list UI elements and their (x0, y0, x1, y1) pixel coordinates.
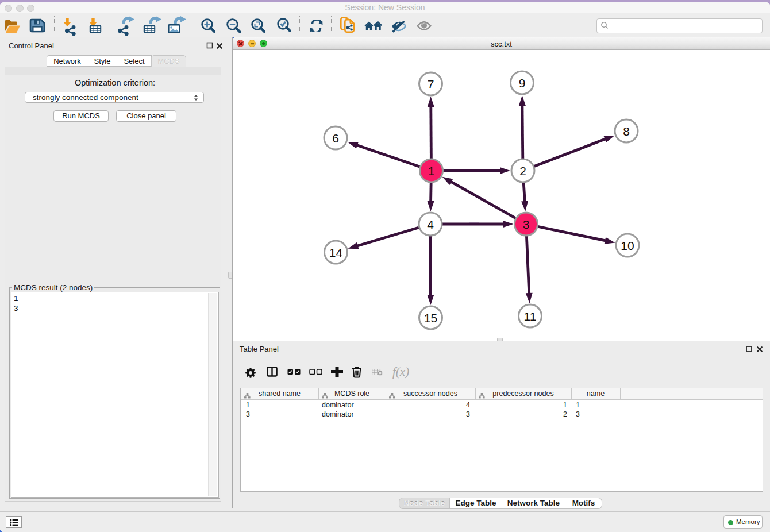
svg-text:15: 15 (424, 311, 437, 325)
svg-text:8: 8 (623, 125, 630, 138)
svg-text:9: 9 (519, 76, 526, 90)
svg-text:1: 1 (428, 164, 435, 178)
svg-text:3: 3 (523, 218, 530, 231)
svg-text:4: 4 (427, 218, 434, 231)
svg-text:6: 6 (332, 132, 339, 145)
svg-text:14: 14 (329, 246, 343, 259)
svg-text:7: 7 (428, 78, 434, 91)
svg-text:2: 2 (519, 164, 526, 178)
svg-text:11: 11 (524, 310, 537, 323)
svg-text:10: 10 (621, 239, 634, 252)
